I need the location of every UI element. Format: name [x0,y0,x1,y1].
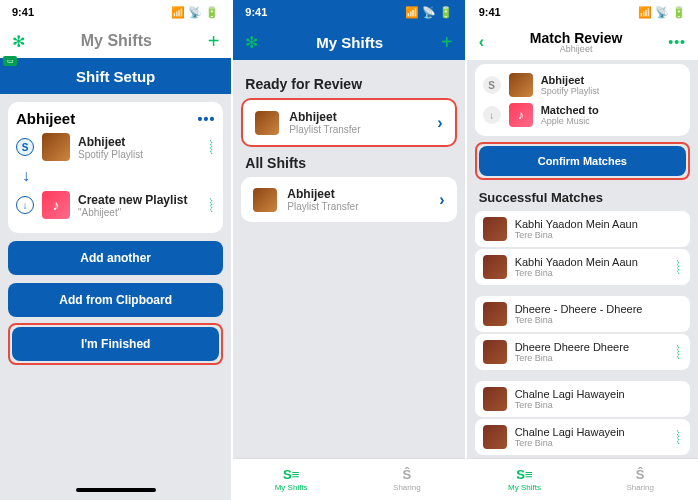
track-sub: Tere Bina [515,438,667,448]
track-row[interactable]: Chalne Lagi Hawayein Tere Bina ⦚ [475,419,690,455]
page-title: My Shifts [316,34,383,51]
match-card: S Abhijeet Spotify Playlist ↓ ♪ Matched … [475,64,690,136]
home-indicator [0,480,231,500]
track-title: Chalne Lagi Hawayein [515,388,682,400]
track-row[interactable]: Dheere Dheere Dheere Tere Bina ⦚ [475,334,690,370]
dest-sub: Apple Music [541,116,682,126]
tab-sharing[interactable]: Ŝ Sharing [582,459,698,500]
dest-row: ↓ ♪ Matched to Apple Music [483,100,682,130]
phone-shift-setup: 9:41 📶 📡 🔋 ✻ My Shifts + Shift Setup ▭ A… [0,0,231,500]
ready-shift-row[interactable]: Abhijeet Playlist Transfer › [241,98,456,147]
service-sub: Spotify Playlist [78,149,200,160]
highlight-box: Confirm Matches [475,142,690,180]
dest-service-row[interactable]: ↓ ♪ Create new Playlist "Abhijeet" ⦚ [16,185,215,225]
track-row[interactable]: Dheere - Dheere - Dheere Tere Bina [475,296,690,332]
add-icon[interactable]: + [208,30,220,53]
im-finished-button[interactable]: I'm Finished [12,327,219,361]
track-title: Dheere Dheere Dheere [515,341,667,353]
track-row[interactable]: Kabhi Yaadon Mein Aaun Tere Bina [475,211,690,247]
arrow-down-icon: ↓ [22,167,215,185]
track-title: Kabhi Yaadon Mein Aaun [515,218,682,230]
match-icon[interactable]: ⦚ [675,344,682,360]
playlist-card: Abhijeet ••• S Abhijeet Spotify Playlist… [8,102,223,233]
section-success-title: Successful Matches [479,190,686,205]
match-icon[interactable]: ⦚ [675,429,682,445]
more-icon[interactable]: ••• [668,34,686,50]
status-bar: 9:41 📶 📡 🔋 [233,0,464,24]
track-row[interactable]: Kabhi Yaadon Mein Aaun Tere Bina ⦚ [475,249,690,285]
content: Abhijeet ••• S Abhijeet Spotify Playlist… [0,94,231,480]
track-sub: Tere Bina [515,353,667,363]
row-sub: Playlist Transfer [289,124,427,135]
settings-icon[interactable]: ✻ [245,33,258,52]
tab-my-shifts[interactable]: S≡ My Shifts [233,459,349,500]
modal-header: Shift Setup [0,58,231,94]
track-art [483,255,507,279]
source-row: S Abhijeet Spotify Playlist [483,70,682,100]
source-name: Abhijeet [541,74,682,86]
tab-bar: S≡ My Shifts Ŝ Sharing [233,458,464,500]
faint-header: ✻ My Shifts + [0,24,231,58]
playlist-owner: Abhijeet [16,110,75,127]
source-icon: S [483,76,501,94]
track-sub: Tere Bina [515,400,682,410]
phone-my-shifts: 9:41 📶 📡 🔋 ✻ My Shifts + Ready for Revie… [233,0,464,500]
arrow-circle-icon: ↓ [16,196,34,214]
modal-title: Shift Setup [76,68,155,85]
phone-match-review: 9:41 📶 📡 🔋 ‹ Match Review Abhijeet ••• S… [467,0,698,500]
content: S Abhijeet Spotify Playlist ↓ ♪ Matched … [467,60,698,458]
header: ‹ Match Review Abhijeet ••• [467,24,698,60]
content: Ready for Review Abhijeet Playlist Trans… [233,60,464,458]
service-name: Abhijeet [78,135,200,149]
apple-music-icon: ♪ [42,191,70,219]
album-art [509,73,533,97]
more-icon[interactable]: ••• [198,111,216,127]
status-icons: 📶 📡 🔋 [405,6,453,19]
highlight-box: I'm Finished [8,323,223,365]
edit-icon[interactable]: ⦚ [208,139,215,155]
section-all-title: All Shifts [245,155,452,171]
add-from-clipboard-button[interactable]: Add from Clipboard [8,283,223,317]
faint-title: My Shifts [81,32,152,50]
status-time: 9:41 [479,6,501,18]
service-sub: "Abhijeet" [78,207,200,218]
row-title: Abhijeet [289,110,427,124]
status-bar: 9:41 📶 📡 🔋 [467,0,698,24]
all-shift-row[interactable]: Abhijeet Playlist Transfer › [241,177,456,222]
track-art [483,340,507,364]
track-sub: Tere Bina [515,230,682,240]
chevron-right-icon: › [437,114,442,132]
confirm-matches-button[interactable]: Confirm Matches [479,146,686,176]
status-icons: 📶 📡 🔋 [171,6,219,19]
header: ✻ My Shifts + [233,24,464,60]
add-another-button[interactable]: Add another [8,241,223,275]
spotify-icon: S [16,138,34,156]
album-art [253,188,277,212]
badge-icon: ▭ [3,56,17,66]
apple-music-icon: ♪ [509,103,533,127]
track-row[interactable]: Chalne Lagi Hawayein Tere Bina [475,381,690,417]
match-icon[interactable]: ⦚ [675,259,682,275]
status-time: 9:41 [12,6,34,18]
status-icons: 📶 📡 🔋 [638,6,686,19]
tab-bar: S≡ My Shifts Ŝ Sharing [467,458,698,500]
chevron-right-icon: › [439,191,444,209]
track-art [483,425,507,449]
add-icon[interactable]: + [441,31,453,54]
track-art [483,217,507,241]
settings-icon[interactable]: ✻ [12,32,25,51]
section-ready-title: Ready for Review [245,76,452,92]
track-sub: Tere Bina [515,315,682,325]
album-art [255,111,279,135]
album-art [42,133,70,161]
edit-icon[interactable]: ⦚ [208,197,215,213]
track-list: Kabhi Yaadon Mein Aaun Tere Bina Kabhi Y… [475,211,690,455]
track-title: Chalne Lagi Hawayein [515,426,667,438]
track-art [483,387,507,411]
tab-my-shifts[interactable]: S≡ My Shifts [467,459,583,500]
source-service-row[interactable]: S Abhijeet Spotify Playlist ⦚ [16,127,215,167]
row-title: Abhijeet [287,187,429,201]
sharing-icon: Ŝ [636,467,645,482]
tab-sharing[interactable]: Ŝ Sharing [349,459,465,500]
dest-arrow-icon: ↓ [483,106,501,124]
